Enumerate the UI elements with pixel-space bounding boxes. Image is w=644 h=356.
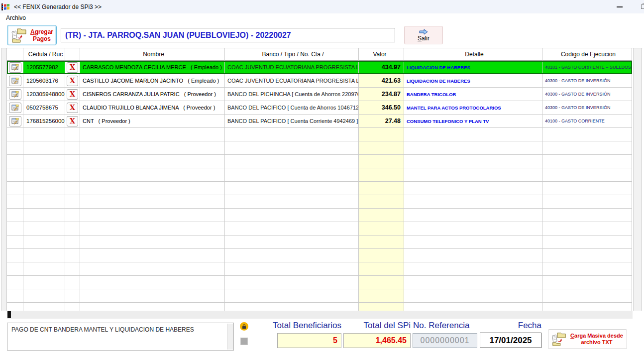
total-spi-label: Total del SPi xyxy=(342,321,411,331)
row-cell xyxy=(404,222,542,236)
banco-cell: COAC JUVENTUD ECUATORIANA PROGRESISTA LT… xyxy=(225,74,359,88)
row-cell xyxy=(359,141,404,155)
grid-vertical-scrollbar[interactable] xyxy=(633,48,642,311)
grid-header-row: Cédula / Ruc Nombre Banco / Tipo / No. C… xyxy=(7,48,632,61)
header-valor: Valor xyxy=(359,48,404,61)
edit-icon xyxy=(11,91,19,98)
entity-title-field[interactable]: (TR) - JTA. PARROQ.SAN JUAN (PUEBLOVIEJO… xyxy=(61,28,395,42)
row-cell xyxy=(7,262,23,276)
title-bar: << FENIX Generador de SPi3 >> xyxy=(0,0,644,13)
grid-body: Cédula / Ruc Nombre Banco / Tipo / No. C… xyxy=(7,48,633,311)
app-icon xyxy=(1,3,10,11)
header-cedula: Cédula / Ruc xyxy=(23,48,65,61)
empty-table-row[interactable] xyxy=(7,276,632,289)
valor-cell: 434.97 xyxy=(359,61,404,74)
delete-row-button[interactable]: X xyxy=(67,76,78,86)
row-cell xyxy=(225,236,359,249)
delete-row-button[interactable]: X xyxy=(67,62,78,73)
grid-horizontal-scrollbar[interactable] xyxy=(7,311,633,319)
empty-table-row[interactable] xyxy=(7,128,632,141)
empty-table-row[interactable] xyxy=(7,195,632,209)
empty-table-row[interactable] xyxy=(7,209,632,222)
row-cell xyxy=(65,209,80,222)
row-cell xyxy=(359,236,404,249)
row-cell xyxy=(542,155,632,168)
empty-table-row[interactable] xyxy=(7,249,632,262)
restore-button[interactable] xyxy=(635,0,644,13)
textarea-scrollbar[interactable] xyxy=(227,324,233,350)
row-cell xyxy=(23,262,65,276)
table-row[interactable]: 1768152560001 X CNT ( Proveedor ) BANCO … xyxy=(7,115,632,128)
row-cell xyxy=(404,289,542,303)
row-cell xyxy=(404,195,542,209)
edit-row-button[interactable] xyxy=(9,76,21,86)
observacion-textarea[interactable]: PAGO DE CNT BANDERA MANTEL Y LIQUIDACION… xyxy=(7,323,234,351)
edit-row-button[interactable] xyxy=(9,116,21,126)
empty-rows xyxy=(7,128,633,311)
folders-icon xyxy=(10,28,27,43)
observacion-text: PAGO DE CNT BANDERA MANTEL Y LIQUIDACION… xyxy=(11,326,194,333)
empty-table-row[interactable] xyxy=(7,289,632,303)
delete-row-button[interactable]: X xyxy=(67,116,78,126)
row-cell xyxy=(225,249,359,262)
row-cell xyxy=(7,276,23,289)
row-cell xyxy=(80,276,225,289)
table-row[interactable]: 1203059488001 X CISNEROS CARRANZA JULIA … xyxy=(7,88,632,101)
row-cell xyxy=(542,276,632,289)
banco-cell: COAC JUVENTUD ECUATORIANA PROGRESISTA LT… xyxy=(225,61,359,74)
row-cell xyxy=(359,168,404,182)
empty-table-row[interactable] xyxy=(7,222,632,236)
delete-row-button[interactable]: X xyxy=(67,89,78,100)
edit-row-button[interactable] xyxy=(9,62,21,73)
row-cell xyxy=(542,209,632,222)
empty-table-row[interactable] xyxy=(7,168,632,182)
table-row[interactable]: 1205603176 X CASTILLO JACOME MARLON JACI… xyxy=(7,74,632,88)
codigo-cell: 40300 - GASTO DE INVERSIÓN xyxy=(542,101,632,115)
row-cell xyxy=(7,209,23,222)
row-cell xyxy=(80,262,225,276)
table-row[interactable]: 1205577982 X CARRASCO MENDOZA CECILIA ME… xyxy=(7,61,632,74)
edit-row-button[interactable] xyxy=(9,89,21,100)
delete-row-button[interactable]: X xyxy=(67,103,78,113)
delete-x-icon: X xyxy=(70,77,75,84)
row-cell xyxy=(65,128,80,141)
cedula-cell: 1205603176 xyxy=(23,74,65,88)
row-cell xyxy=(225,222,359,236)
minimize-icon xyxy=(617,6,623,7)
table-row[interactable]: 0502758675 X CLAUDIO TRUJILLO BLANCA JIM… xyxy=(7,101,632,115)
row-cell xyxy=(65,303,80,311)
row-cell xyxy=(80,236,225,249)
minimize-button[interactable] xyxy=(611,0,628,13)
disabled-checkbox xyxy=(240,338,248,345)
row-cell xyxy=(359,195,404,209)
referencia-field: 0000000001 xyxy=(413,333,477,348)
empty-table-row[interactable] xyxy=(7,182,632,195)
row-cell xyxy=(225,155,359,168)
row-cell xyxy=(23,276,65,289)
row-cell xyxy=(7,115,23,128)
agregar-pagos-button[interactable]: Agregar Pagos xyxy=(7,25,57,45)
total-beneficiarios-field: 5 xyxy=(277,333,341,348)
empty-table-row[interactable] xyxy=(7,155,632,168)
salir-button[interactable]: Salir xyxy=(404,26,443,44)
row-cell xyxy=(542,289,632,303)
menu-archivo[interactable]: Archivo xyxy=(4,13,28,23)
empty-table-row[interactable] xyxy=(7,262,632,276)
edit-row-button[interactable] xyxy=(9,103,21,113)
empty-table-row[interactable] xyxy=(7,141,632,155)
valor-cell: 234.87 xyxy=(359,88,404,101)
valor-cell: 346.50 xyxy=(359,101,404,115)
fecha-field[interactable]: 17/01/2025 xyxy=(480,333,541,348)
empty-table-row[interactable] xyxy=(7,303,632,311)
carga-masiva-label: Carga Masiva desde archivo TXT xyxy=(567,333,627,346)
row-cell xyxy=(542,262,632,276)
scrollbar-thumb[interactable] xyxy=(7,311,11,318)
delete-x-icon: X xyxy=(70,104,75,111)
codigo-cell: 40300 - GASTO DE INVERSIÓN xyxy=(542,74,632,88)
row-cell xyxy=(23,141,65,155)
banco-cell: BANCO DEL PICHINCHA [ Cuenta de Ahorros … xyxy=(225,88,359,101)
row-cell xyxy=(80,222,225,236)
carga-masiva-button[interactable]: Carga Masiva desde archivo TXT xyxy=(548,329,627,349)
empty-table-row[interactable] xyxy=(7,236,632,249)
row-cell xyxy=(404,236,542,249)
